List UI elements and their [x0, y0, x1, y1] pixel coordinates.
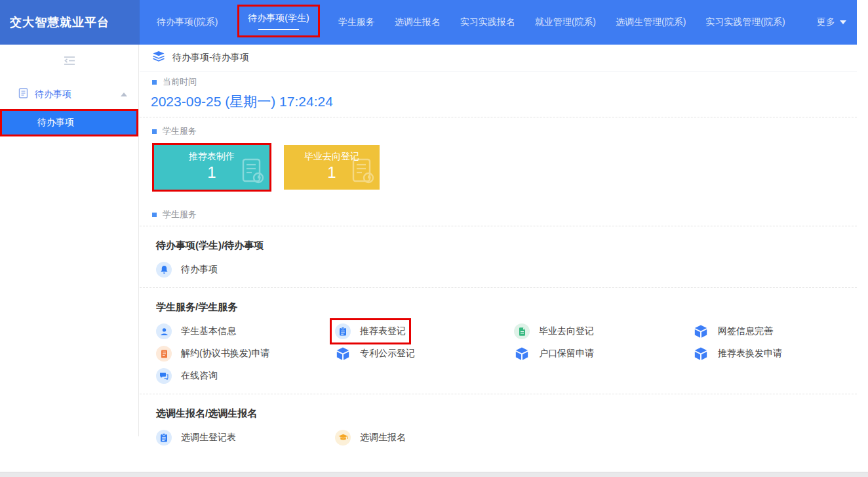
clipboard-icon: [156, 430, 172, 446]
link-contract-termination[interactable]: 解约(协议书换发)申请: [156, 346, 269, 362]
item-label: 推荐表换发申请: [718, 348, 782, 360]
breadcrumb-text: 待办事项-待办事项: [172, 52, 249, 64]
nav-item-todo-student[interactable]: 待办事项(学生): [248, 12, 309, 24]
bullet-icon: [152, 129, 157, 134]
document-clock-icon: [242, 157, 264, 186]
item-label: 推荐表登记: [360, 325, 406, 337]
nav-item-employment-mgmt[interactable]: 就业管理(院系): [535, 16, 596, 28]
document-icon: [18, 88, 28, 101]
sidebar: 待办事项 待办事项: [0, 45, 139, 436]
card-recommendation-form[interactable]: 推荐表制作 1: [154, 145, 269, 190]
bullet-icon: [152, 213, 157, 217]
chat-icon: [156, 368, 172, 384]
cube-icon: [514, 346, 530, 362]
list-item: 选调生报名: [335, 430, 514, 446]
brand-title: 交大智慧就业平台: [0, 0, 140, 45]
student-services-label: 学生服务: [163, 125, 197, 137]
group-title-xuandiao: 选调生报名/选调生报名: [140, 407, 857, 420]
active-tab-underline: [258, 29, 299, 30]
link-student-basic-info[interactable]: 学生基本信息: [156, 323, 236, 339]
group-items: 选调生登记表 选调生报名: [140, 430, 857, 446]
divider: [140, 226, 857, 226]
student-services-section-label-2: 学生服务: [140, 209, 857, 220]
nav-item-todo-dept[interactable]: 待办事项(院系): [157, 16, 218, 28]
list-item: 在线咨询: [156, 368, 335, 384]
list-item: 推荐表登记: [335, 323, 514, 339]
card-graduation-destination[interactable]: 毕业去向登记 1: [284, 145, 380, 190]
link-recommendation-form-register[interactable]: 推荐表登记: [335, 323, 406, 339]
item-label: 待办事项: [181, 264, 218, 276]
current-time-section-label: 当前时间: [140, 76, 857, 88]
group-title-student-services: 学生服务/学生服务: [140, 301, 857, 314]
list-item: 选调生登记表: [156, 430, 335, 446]
nav-item-xuandiao-signup[interactable]: 选调生报名: [395, 16, 441, 28]
list-item: 学生基本信息: [156, 323, 335, 339]
student-services-label-2: 学生服务: [163, 209, 197, 220]
list-item: 户口保留申请: [514, 346, 693, 362]
layers-icon: [153, 51, 165, 64]
list-item: 专利公示登记: [335, 346, 514, 362]
item-label: 在线咨询: [181, 370, 218, 382]
sidebar-item-todo[interactable]: 待办事项: [2, 111, 136, 135]
list-item: 网签信息完善: [693, 323, 868, 339]
green-doc-icon: [514, 323, 530, 339]
current-time-label: 当前时间: [163, 76, 197, 88]
current-time-value: 2023-09-25 (星期一) 17:24:24: [140, 93, 857, 111]
link-xuandiao-registration-form[interactable]: 选调生登记表: [156, 430, 236, 446]
item-label: 专利公示登记: [360, 348, 415, 360]
graduation-cap-icon: [335, 430, 351, 446]
sidebar-active-highlight: 待办事项: [0, 109, 138, 136]
list-item: 推荐表换发申请: [693, 346, 868, 362]
group-items: 待办事项: [140, 262, 857, 278]
divider: [140, 117, 857, 117]
link-xuandiao-signup[interactable]: 选调生报名: [335, 430, 406, 446]
item-label: 户口保留申请: [539, 348, 594, 360]
card-highlight-box: 推荐表制作 1: [152, 143, 271, 192]
orange-doc-icon: [156, 346, 172, 362]
bottom-status-bar: [0, 472, 868, 477]
nav-item-student-services[interactable]: 学生服务: [338, 16, 375, 28]
item-label: 毕业去向登记: [539, 325, 594, 337]
document-clock-icon: [352, 157, 374, 186]
list-item: 解约(协议书换发)申请: [156, 346, 335, 362]
nav-item-todo-student-highlight[interactable]: 待办事项(学生): [237, 5, 319, 37]
link-patent-publicity[interactable]: 专利公示登记: [335, 346, 415, 362]
clipboard-icon: [335, 323, 351, 339]
nav-more-label: 更多: [817, 16, 835, 28]
nav-item-internship-mgmt[interactable]: 实习实践管理(院系): [705, 16, 785, 28]
link-recommendation-form-reissue[interactable]: 推荐表换发申请: [693, 346, 782, 362]
list-item: 毕业去向登记: [514, 323, 693, 339]
menu-fold-icon[interactable]: [64, 56, 75, 68]
item-label: 选调生登记表: [181, 432, 236, 444]
divider: [140, 287, 857, 288]
chevron-up-icon: [121, 93, 127, 96]
breadcrumb: 待办事项-待办事项: [140, 45, 857, 72]
group-title-todo-student: 待办事项(学生)/待办事项: [140, 239, 857, 252]
item-label: 解约(协议书换发)申请: [181, 348, 269, 360]
cube-icon: [335, 346, 351, 362]
bell-icon: [156, 262, 172, 278]
link-online-consultation[interactable]: 在线咨询: [156, 368, 218, 384]
cube-icon: [693, 323, 709, 339]
todo-cards-row: 推荐表制作 1 毕业去向登记: [140, 143, 857, 192]
sidebar-parent-label: 待办事项: [35, 89, 121, 100]
nav-item-internship-signup[interactable]: 实习实践报名: [460, 16, 515, 28]
bullet-icon: [152, 80, 157, 85]
app-window: 交大智慧就业平台 待办事项(院系) 待办事项(学生) 学生服务 选调生报名 实习…: [0, 0, 868, 477]
link-hukou-retention[interactable]: 户口保留申请: [514, 346, 594, 362]
top-nav: 待办事项(院系) 待办事项(学生) 学生服务 选调生报名 实习实践报名 就业管理…: [140, 0, 857, 45]
sidebar-item-todo-parent[interactable]: 待办事项: [0, 81, 138, 108]
student-services-section-label: 学生服务: [140, 125, 857, 137]
link-todo[interactable]: 待办事项: [156, 262, 218, 278]
link-online-signing-info[interactable]: 网签信息完善: [693, 323, 773, 339]
nav-item-xuandiao-mgmt[interactable]: 选调生管理(院系): [616, 16, 686, 28]
main-content: 待办事项-待办事项 当前时间 2023-09-25 (星期一) 17:24:24…: [140, 45, 857, 455]
item-label: 学生基本信息: [181, 325, 236, 337]
list-item: 待办事项: [156, 262, 335, 278]
link-graduation-destination[interactable]: 毕业去向登记: [514, 323, 594, 339]
cube-icon: [693, 346, 709, 362]
divider: [140, 394, 857, 394]
nav-item-more[interactable]: 更多: [817, 16, 846, 28]
top-header: 交大智慧就业平台 待办事项(院系) 待办事项(学生) 学生服务 选调生报名 实习…: [0, 0, 857, 45]
item-label: 选调生报名: [360, 432, 406, 444]
